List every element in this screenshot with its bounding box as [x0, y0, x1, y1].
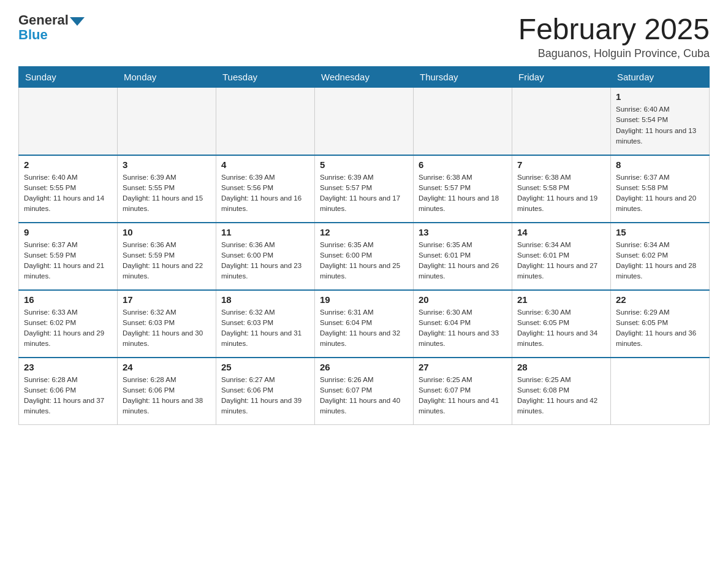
- day-info: Sunrise: 6:26 AMSunset: 6:07 PMDaylight:…: [320, 375, 408, 417]
- day-info: Sunrise: 6:38 AMSunset: 5:57 PMDaylight:…: [419, 172, 507, 215]
- day-number: 15: [616, 227, 704, 237]
- location-text: Baguanos, Holguin Province, Cuba: [518, 47, 710, 60]
- calendar-cell: 7Sunrise: 6:38 AMSunset: 5:58 PMDaylight…: [512, 155, 611, 223]
- week-row-4: 16Sunrise: 6:33 AMSunset: 6:02 PMDayligh…: [19, 290, 710, 358]
- day-info: Sunrise: 6:38 AMSunset: 5:58 PMDaylight:…: [517, 172, 605, 215]
- day-info: Sunrise: 6:25 AMSunset: 6:07 PMDaylight:…: [419, 375, 507, 417]
- day-number: 16: [24, 294, 112, 305]
- day-info: Sunrise: 6:39 AMSunset: 5:57 PMDaylight:…: [320, 172, 408, 215]
- day-number: 24: [123, 362, 211, 372]
- day-info: Sunrise: 6:31 AMSunset: 6:04 PMDaylight:…: [320, 307, 408, 350]
- calendar-cell: 9Sunrise: 6:37 AMSunset: 5:59 PMDaylight…: [19, 223, 118, 290]
- calendar-cell: 14Sunrise: 6:34 AMSunset: 6:01 PMDayligh…: [512, 223, 611, 290]
- day-number: 12: [320, 227, 408, 237]
- day-number: 1: [616, 91, 704, 102]
- week-row-5: 23Sunrise: 6:28 AMSunset: 6:06 PMDayligh…: [19, 358, 710, 425]
- calendar-cell: 4Sunrise: 6:39 AMSunset: 5:56 PMDaylight…: [216, 155, 315, 223]
- day-info: Sunrise: 6:40 AMSunset: 5:54 PMDaylight:…: [616, 104, 704, 147]
- day-number: 28: [517, 362, 605, 372]
- weekday-header-monday: Monday: [118, 67, 216, 88]
- calendar-cell: [414, 88, 512, 155]
- calendar-cell: 19Sunrise: 6:31 AMSunset: 6:04 PMDayligh…: [315, 290, 414, 358]
- calendar-cell: [315, 88, 414, 155]
- day-info: Sunrise: 6:37 AMSunset: 5:58 PMDaylight:…: [616, 172, 704, 215]
- calendar-cell: 20Sunrise: 6:30 AMSunset: 6:04 PMDayligh…: [414, 290, 512, 358]
- day-number: 11: [221, 227, 309, 237]
- day-number: 23: [24, 362, 112, 372]
- calendar-cell: 13Sunrise: 6:35 AMSunset: 6:01 PMDayligh…: [414, 223, 512, 290]
- day-number: 27: [419, 362, 507, 372]
- day-number: 17: [123, 294, 211, 305]
- day-info: Sunrise: 6:36 AMSunset: 5:59 PMDaylight:…: [123, 240, 211, 282]
- day-info: Sunrise: 6:30 AMSunset: 6:05 PMDaylight:…: [517, 307, 605, 350]
- day-info: Sunrise: 6:34 AMSunset: 6:01 PMDaylight:…: [517, 240, 605, 282]
- day-info: Sunrise: 6:27 AMSunset: 6:06 PMDaylight:…: [221, 375, 309, 417]
- weekday-header-wednesday: Wednesday: [315, 67, 414, 88]
- day-info: Sunrise: 6:34 AMSunset: 6:02 PMDaylight:…: [616, 240, 704, 282]
- day-number: 7: [517, 159, 605, 170]
- day-number: 22: [616, 294, 704, 305]
- day-number: 3: [123, 159, 211, 170]
- calendar-table: SundayMondayTuesdayWednesdayThursdayFrid…: [18, 66, 710, 425]
- day-info: Sunrise: 6:39 AMSunset: 5:55 PMDaylight:…: [123, 172, 211, 215]
- logo-general-text: General: [18, 12, 69, 28]
- day-info: Sunrise: 6:36 AMSunset: 6:00 PMDaylight:…: [221, 240, 309, 282]
- day-info: Sunrise: 6:37 AMSunset: 5:59 PMDaylight:…: [24, 240, 112, 282]
- day-info: Sunrise: 6:32 AMSunset: 6:03 PMDaylight:…: [123, 307, 211, 350]
- day-info: Sunrise: 6:33 AMSunset: 6:02 PMDaylight:…: [24, 307, 112, 350]
- calendar-cell: 17Sunrise: 6:32 AMSunset: 6:03 PMDayligh…: [118, 290, 216, 358]
- day-number: 8: [616, 159, 704, 170]
- day-number: 25: [221, 362, 309, 372]
- day-info: Sunrise: 6:32 AMSunset: 6:03 PMDaylight:…: [221, 307, 309, 350]
- calendar-cell: 24Sunrise: 6:28 AMSunset: 6:06 PMDayligh…: [118, 358, 216, 425]
- weekday-header-sunday: Sunday: [19, 67, 118, 88]
- calendar-cell: [512, 88, 611, 155]
- day-info: Sunrise: 6:25 AMSunset: 6:08 PMDaylight:…: [517, 375, 605, 417]
- weekday-header-thursday: Thursday: [414, 67, 512, 88]
- calendar-cell: 28Sunrise: 6:25 AMSunset: 6:08 PMDayligh…: [512, 358, 611, 425]
- calendar-cell: 2Sunrise: 6:40 AMSunset: 5:55 PMDaylight…: [19, 155, 118, 223]
- calendar-cell: 3Sunrise: 6:39 AMSunset: 5:55 PMDaylight…: [118, 155, 216, 223]
- calendar-cell: 22Sunrise: 6:29 AMSunset: 6:05 PMDayligh…: [611, 290, 710, 358]
- calendar-cell: 1Sunrise: 6:40 AMSunset: 5:54 PMDaylight…: [611, 88, 710, 155]
- calendar-cell: 23Sunrise: 6:28 AMSunset: 6:06 PMDayligh…: [19, 358, 118, 425]
- weekday-header-row: SundayMondayTuesdayWednesdayThursdayFrid…: [19, 67, 710, 88]
- calendar-cell: 11Sunrise: 6:36 AMSunset: 6:00 PMDayligh…: [216, 223, 315, 290]
- logo-arrow-icon: [70, 17, 85, 26]
- day-info: Sunrise: 6:35 AMSunset: 6:01 PMDaylight:…: [419, 240, 507, 282]
- day-number: 20: [419, 294, 507, 305]
- week-row-2: 2Sunrise: 6:40 AMSunset: 5:55 PMDaylight…: [19, 155, 710, 223]
- day-number: 19: [320, 294, 408, 305]
- week-row-1: 1Sunrise: 6:40 AMSunset: 5:54 PMDaylight…: [19, 88, 710, 155]
- calendar-cell: 8Sunrise: 6:37 AMSunset: 5:58 PMDaylight…: [611, 155, 710, 223]
- logo-blue-text: Blue: [18, 27, 48, 43]
- day-number: 2: [24, 159, 112, 170]
- calendar-cell: [118, 88, 216, 155]
- calendar-cell: [216, 88, 315, 155]
- calendar-cell: 16Sunrise: 6:33 AMSunset: 6:02 PMDayligh…: [19, 290, 118, 358]
- weekday-header-saturday: Saturday: [611, 67, 710, 88]
- day-info: Sunrise: 6:28 AMSunset: 6:06 PMDaylight:…: [24, 375, 112, 417]
- day-info: Sunrise: 6:35 AMSunset: 6:00 PMDaylight:…: [320, 240, 408, 282]
- day-info: Sunrise: 6:29 AMSunset: 6:05 PMDaylight:…: [616, 307, 704, 350]
- calendar-cell: 15Sunrise: 6:34 AMSunset: 6:02 PMDayligh…: [611, 223, 710, 290]
- day-number: 26: [320, 362, 408, 372]
- day-info: Sunrise: 6:40 AMSunset: 5:55 PMDaylight:…: [24, 172, 112, 215]
- calendar-cell: 27Sunrise: 6:25 AMSunset: 6:07 PMDayligh…: [414, 358, 512, 425]
- day-number: 4: [221, 159, 309, 170]
- day-number: 5: [320, 159, 408, 170]
- calendar-cell: 21Sunrise: 6:30 AMSunset: 6:05 PMDayligh…: [512, 290, 611, 358]
- calendar-cell: 18Sunrise: 6:32 AMSunset: 6:03 PMDayligh…: [216, 290, 315, 358]
- calendar-cell: 10Sunrise: 6:36 AMSunset: 5:59 PMDayligh…: [118, 223, 216, 290]
- weekday-header-tuesday: Tuesday: [216, 67, 315, 88]
- calendar-cell: 26Sunrise: 6:26 AMSunset: 6:07 PMDayligh…: [315, 358, 414, 425]
- day-number: 10: [123, 227, 211, 237]
- day-number: 14: [517, 227, 605, 237]
- week-row-3: 9Sunrise: 6:37 AMSunset: 5:59 PMDaylight…: [19, 223, 710, 290]
- calendar-cell: 6Sunrise: 6:38 AMSunset: 5:57 PMDaylight…: [414, 155, 512, 223]
- day-info: Sunrise: 6:39 AMSunset: 5:56 PMDaylight:…: [221, 172, 309, 215]
- calendar-cell: [19, 88, 118, 155]
- title-section: February 2025 Baguanos, Holguin Province…: [518, 12, 710, 60]
- day-number: 6: [419, 159, 507, 170]
- day-number: 9: [24, 227, 112, 237]
